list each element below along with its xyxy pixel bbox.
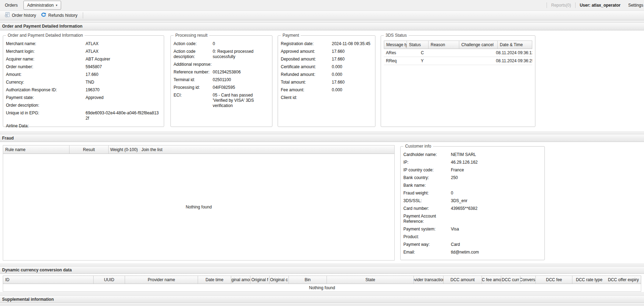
section-title: Order and Payment Detailed Information xyxy=(2,24,82,29)
cell-date-time: 08.11.2024 09:36:25 xyxy=(494,57,532,65)
field-value: Card xyxy=(451,242,460,247)
section-title: Fraud xyxy=(2,136,14,141)
field-label: Registration date: xyxy=(281,41,332,47)
field-label: Additional response: xyxy=(174,62,213,67)
dds-status-fieldset: 3DS Status Message typeStatusReasonChall… xyxy=(381,35,535,127)
field-row: ECI: 05 - Card has passed 'Verified by V… xyxy=(174,93,269,108)
column-header: Bin xyxy=(289,276,327,284)
administration-menu-button[interactable]: Administration ▾ xyxy=(23,1,61,10)
processing-result-fieldset: Processing result Action code: 0 Action … xyxy=(170,35,272,127)
field-row: Acquirer name: ABT Acquirer xyxy=(6,57,161,62)
settings-link[interactable]: Settings xyxy=(628,3,644,8)
field-row: Unique id in EPG: 69de6093-02e4-480e-a04… xyxy=(6,111,161,121)
field-row: Authorization Response ID: 196370 xyxy=(6,87,161,93)
partial-table-header-strip xyxy=(0,304,644,306)
cell-status: C xyxy=(419,49,441,57)
order-history-button[interactable]: Order history xyxy=(2,11,38,20)
field-label: Payment system: xyxy=(403,227,451,232)
chevron-down-icon: ▾ xyxy=(56,3,58,7)
field-label: Order number: xyxy=(6,64,86,70)
field-value: ATLAX xyxy=(86,41,98,47)
column-header: Date time xyxy=(198,276,231,284)
field-label: Bank country: xyxy=(403,175,451,180)
field-value: 001294253806 xyxy=(213,70,268,75)
field-label: Deposited amount: xyxy=(281,57,332,62)
field-row: Payment Account Reference: xyxy=(403,214,542,224)
section-title: Supplemental information xyxy=(2,297,54,302)
column-header: Original c xyxy=(270,276,289,284)
refunds-history-label: Refunds history xyxy=(48,13,77,18)
column-header: Conversi xyxy=(520,276,536,284)
field-value: 02501100 xyxy=(213,77,268,83)
separator xyxy=(575,2,576,8)
field-value: 3DS_enr xyxy=(451,198,467,204)
section-header-fraud: Fraud xyxy=(0,134,644,142)
field-label: IP country code: xyxy=(403,168,451,173)
separator xyxy=(83,12,83,19)
column-header: Status xyxy=(407,41,429,49)
field-label: Order description: xyxy=(6,103,86,108)
order-info-rows: Merchant name: ATLAX Merchant login: ATL… xyxy=(3,36,164,133)
field-row: Card number: 439655**6382 xyxy=(403,206,542,211)
processing-result-rows: Action code: 0 Action code description: … xyxy=(171,36,272,113)
field-label: Amount: xyxy=(6,72,86,77)
column-header: ID xyxy=(3,276,94,284)
cell-date-time: 08.11.2024 09:36:12 xyxy=(494,49,532,57)
order-info-fieldset: Order and Payment Detailed Information M… xyxy=(3,35,164,127)
field-row: Fee amount: 0.000 xyxy=(281,87,372,93)
field-value: 17.660 xyxy=(86,72,98,77)
field-value: TND xyxy=(86,80,94,85)
dcc-panel: IDUUIDProvider nameDate timeOriginal amo… xyxy=(0,274,644,292)
section-header-main: Order and Payment Detailed Information xyxy=(0,22,644,30)
field-value: Visa xyxy=(451,227,459,232)
field-value: 0.000 xyxy=(332,72,342,77)
field-value: 69de6093-02e4-480e-a046-f92f8ea8132f xyxy=(86,111,161,121)
field-row: Additional response: xyxy=(174,62,269,67)
field-row: Total amount: 17.660 xyxy=(281,80,372,85)
cell-reason xyxy=(441,57,463,65)
field-row: Cardholder name: NETIM SARL xyxy=(403,152,542,157)
refunds-history-button[interactable]: Refunds history xyxy=(38,11,80,20)
field-row: Reference number: 001294253806 xyxy=(174,70,269,75)
field-label: Fee amount: xyxy=(281,87,332,93)
field-row: Terminal id: 02501100 xyxy=(174,77,269,83)
field-row: Action code description: 0: Request proc… xyxy=(174,49,269,59)
field-row: Product: xyxy=(403,234,542,240)
column-header: DCC amount xyxy=(444,276,482,284)
customer-info-legend: Customer info xyxy=(403,144,433,149)
column-header: DCC rate type xyxy=(572,276,606,284)
fraud-empty-message: Nothing found xyxy=(3,154,394,260)
field-row: Action code: 0 xyxy=(174,41,269,47)
field-value: 17.660 xyxy=(332,49,345,54)
order-history-label: Order history xyxy=(12,13,36,18)
field-row: Certificate amount: 0.000 xyxy=(281,64,372,70)
field-row: Refunded amount: 0.000 xyxy=(281,72,372,77)
cell-reason xyxy=(441,49,463,57)
tab-orders[interactable]: Orders xyxy=(0,3,23,8)
field-row: Bank country: 250 xyxy=(403,175,542,180)
cell-challenge-cancel xyxy=(463,49,494,57)
field-value xyxy=(213,62,268,67)
field-value: 17.660 xyxy=(332,57,345,62)
field-value: NETIM SARL xyxy=(451,152,476,157)
field-label: Unique id in EPG: xyxy=(6,111,86,121)
field-row: Client id: xyxy=(281,95,372,100)
column-header: Message type xyxy=(384,41,407,49)
field-row: Amount: 17.660 xyxy=(6,72,161,77)
field-value: 04IF082595 xyxy=(213,85,268,90)
spacer xyxy=(0,292,644,295)
field-value: 05 - Card has passed 'Verified by VISA' … xyxy=(213,93,268,108)
column-header: DCC fee amount xyxy=(482,276,501,284)
field-label: Currency: xyxy=(6,80,86,85)
column-header: Result xyxy=(69,145,109,154)
field-row: Fraud weight: 0 xyxy=(403,191,542,196)
toolbar: Order history Refunds history xyxy=(0,10,644,20)
field-label: Payment state: xyxy=(6,95,86,100)
refunds-history-icon xyxy=(41,12,46,19)
field-row: Payment state: Approved xyxy=(6,95,161,100)
field-value: 196370 xyxy=(86,87,100,93)
field-row: Payment way: Card xyxy=(403,242,542,247)
customer-info-rows: Cardholder name: NETIM SARL IP: 46.29.12… xyxy=(401,147,544,259)
column-header: Original amount xyxy=(231,276,250,284)
field-label: Card number: xyxy=(403,206,451,211)
